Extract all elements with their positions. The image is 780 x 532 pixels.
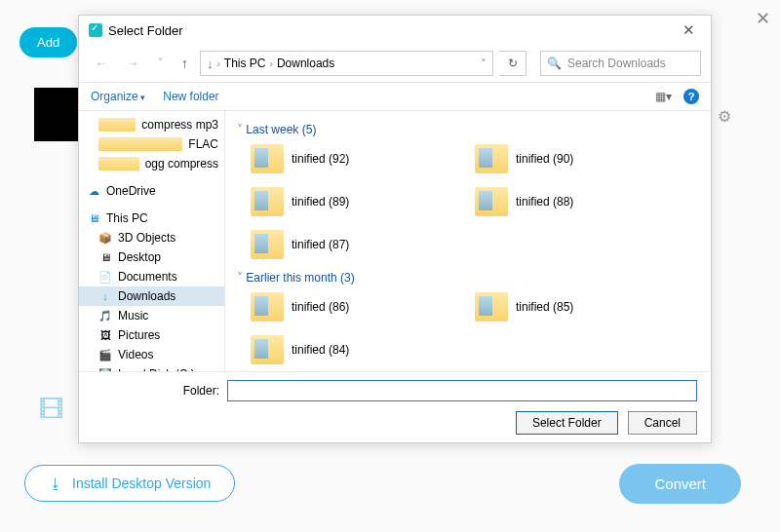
path-dropdown-icon[interactable]: ˅ bbox=[481, 57, 487, 70]
folder-name: tinified (86) bbox=[292, 300, 349, 314]
download-icon: ⭳ bbox=[49, 475, 62, 491]
chevron-right-icon: › bbox=[217, 58, 220, 69]
sidebar-item-desktop[interactable]: 🖥Desktop bbox=[79, 247, 224, 267]
search-placeholder: Search Downloads bbox=[567, 57, 666, 70]
pic-icon: 🖼 bbox=[98, 328, 112, 342]
group-header[interactable]: Earlier this month (3) bbox=[237, 271, 699, 285]
folder-name: tinified (87) bbox=[292, 238, 349, 251]
folder-item[interactable]: tinified (84) bbox=[251, 335, 426, 364]
sidebar-item-label: ogg compress bbox=[145, 157, 218, 171]
downloads-path-icon: ↓ bbox=[207, 57, 214, 71]
folder-name: tinified (90) bbox=[516, 152, 573, 166]
folder-icon bbox=[98, 137, 182, 151]
nav-back-icon[interactable]: ← bbox=[89, 54, 114, 73]
sidebar-item-music[interactable]: 🎵Music bbox=[79, 306, 224, 325]
vid-icon: 🎬 bbox=[98, 348, 112, 361]
folder-icon bbox=[251, 335, 284, 364]
file-list: Last week (5)tinified (92)tinified (90)t… bbox=[225, 111, 711, 371]
sidebar-item-label: compress mp3 bbox=[141, 118, 218, 132]
sidebar-item[interactable]: ogg compress bbox=[79, 154, 224, 173]
nav-recent-icon[interactable]: ˅ bbox=[151, 54, 170, 73]
app-close-icon[interactable]: ✕ bbox=[756, 8, 770, 29]
nav-up-icon[interactable]: ↑ bbox=[176, 54, 194, 73]
folder-item[interactable]: tinified (90) bbox=[475, 144, 650, 173]
folder-item[interactable]: tinified (89) bbox=[251, 187, 426, 216]
folder-icon bbox=[475, 144, 508, 173]
sidebar-item-label: Desktop bbox=[118, 250, 161, 264]
folder-item[interactable]: tinified (87) bbox=[251, 230, 426, 259]
desktop-icon: 🖥 bbox=[98, 250, 112, 264]
film-icon: 🎞 bbox=[39, 395, 64, 425]
sidebar-item-label: Documents bbox=[118, 270, 177, 284]
folder-icon bbox=[475, 187, 508, 216]
folder-name: tinified (84) bbox=[292, 343, 349, 357]
folder-icon bbox=[251, 144, 284, 173]
sidebar-item-label: Pictures bbox=[118, 328, 160, 342]
music-icon: 🎵 bbox=[98, 309, 112, 323]
sidebar-thispc[interactable]: 🖥 This PC bbox=[79, 209, 224, 228]
app-logo-icon bbox=[89, 23, 102, 37]
folder-icon bbox=[251, 230, 284, 259]
add-button[interactable]: Add bbox=[20, 27, 77, 57]
folder-name: tinified (92) bbox=[292, 152, 349, 166]
refresh-icon[interactable]: ↻ bbox=[499, 51, 526, 76]
new-folder-button[interactable]: New folder bbox=[163, 90, 218, 103]
sidebar-item-label: Music bbox=[118, 309, 148, 323]
sidebar-item-label: FLAC bbox=[188, 137, 218, 151]
folder-icon bbox=[98, 157, 139, 171]
sidebar-item-label: OneDrive bbox=[106, 184, 156, 198]
sidebar-item-videos[interactable]: 🎬Videos bbox=[79, 345, 224, 364]
convert-button[interactable]: Convert bbox=[619, 464, 741, 504]
folder-name-input[interactable] bbox=[227, 380, 697, 401]
sidebar-item-label: This PC bbox=[106, 211, 148, 225]
sidebar-item-pictures[interactable]: 🖼Pictures bbox=[79, 325, 224, 345]
dl-icon: ↓ bbox=[98, 289, 112, 303]
help-icon[interactable]: ? bbox=[683, 89, 699, 104]
sidebar-item-documents[interactable]: 📄Documents bbox=[79, 267, 224, 286]
sidebar-item-local-disk-c-[interactable]: 💽Local Disk (C:) bbox=[79, 364, 224, 371]
sidebar-item-label: 3D Objects bbox=[118, 231, 176, 245]
group-header[interactable]: Last week (5) bbox=[237, 123, 699, 136]
folder-item[interactable]: tinified (85) bbox=[475, 292, 650, 322]
onedrive-icon: ☁ bbox=[87, 184, 100, 198]
view-options-icon[interactable]: ▦▾ bbox=[655, 90, 672, 103]
search-icon: 🔍 bbox=[547, 57, 562, 70]
path-breadcrumb[interactable]: ↓ › This PC › Downloads ˅ bbox=[200, 51, 493, 76]
cube-icon: 📦 bbox=[98, 231, 112, 245]
breadcrumb-current[interactable]: Downloads bbox=[277, 57, 334, 70]
folder-item[interactable]: tinified (88) bbox=[475, 187, 650, 216]
folder-item[interactable]: tinified (86) bbox=[251, 292, 426, 322]
pc-icon: 🖥 bbox=[87, 211, 100, 225]
folder-item[interactable]: tinified (92) bbox=[251, 144, 426, 173]
folder-icon bbox=[475, 292, 508, 322]
sidebar-onedrive[interactable]: ☁ OneDrive bbox=[79, 181, 224, 201]
chevron-right-icon: › bbox=[270, 58, 273, 69]
install-desktop-button[interactable]: ⭳ Install Desktop Version bbox=[24, 465, 235, 502]
gear-icon[interactable]: ⚙ bbox=[718, 107, 731, 126]
sidebar-item[interactable]: FLAC bbox=[79, 134, 224, 154]
breadcrumb-root[interactable]: This PC bbox=[224, 57, 266, 70]
folder-icon bbox=[98, 118, 136, 132]
folder-icon bbox=[251, 292, 284, 322]
folder-name: tinified (89) bbox=[292, 195, 349, 209]
doc-icon: 📄 bbox=[98, 270, 112, 284]
sidebar-item[interactable]: compress mp3 bbox=[79, 115, 224, 134]
sidebar-item-downloads[interactable]: ↓Downloads bbox=[79, 286, 224, 306]
sidebar: compress mp3FLACogg compress ☁ OneDrive … bbox=[79, 111, 225, 371]
folder-field-label: Folder: bbox=[93, 384, 219, 398]
nav-forward-icon[interactable]: → bbox=[120, 54, 145, 73]
select-folder-dialog: Select Folder ✕ ← → ˅ ↑ ↓ › This PC › Do… bbox=[78, 15, 712, 443]
folder-name: tinified (85) bbox=[516, 300, 573, 314]
dialog-title: Select Folder bbox=[108, 23, 183, 38]
folder-name: tinified (88) bbox=[516, 195, 573, 209]
close-icon[interactable]: ✕ bbox=[677, 21, 701, 39]
search-input[interactable]: 🔍 Search Downloads bbox=[540, 51, 701, 76]
sidebar-item-label: Videos bbox=[118, 348, 153, 361]
sidebar-item-3d-objects[interactable]: 📦3D Objects bbox=[79, 228, 224, 247]
install-label: Install Desktop Version bbox=[72, 475, 211, 491]
sidebar-item-label: Downloads bbox=[118, 289, 176, 303]
cancel-button[interactable]: Cancel bbox=[628, 411, 697, 435]
organize-menu[interactable]: Organize bbox=[91, 90, 145, 103]
select-folder-button[interactable]: Select Folder bbox=[516, 411, 618, 435]
folder-icon bbox=[251, 187, 284, 216]
